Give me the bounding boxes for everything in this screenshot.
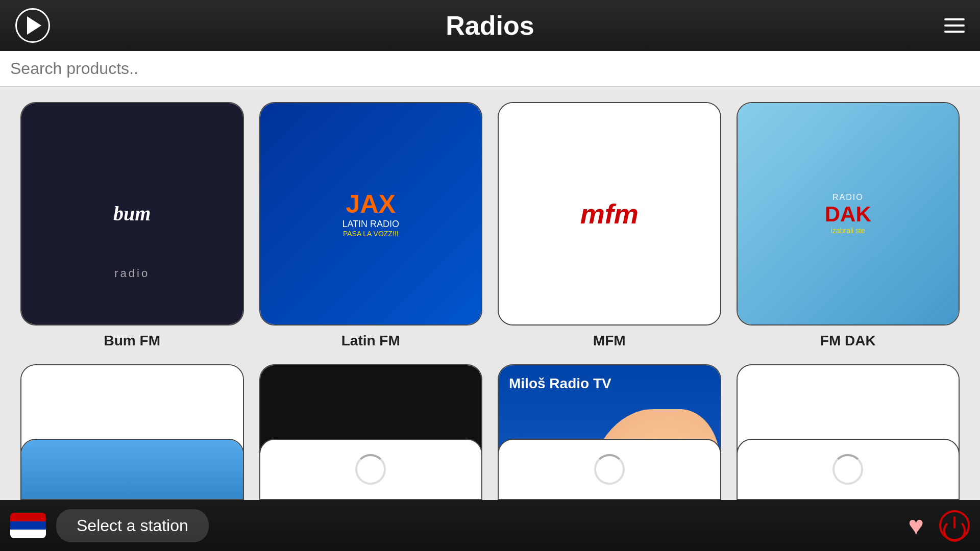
station-item-latin-fm[interactable]: JAX LATIN RADIO PASA LA VOZZ!!! Latin FM — [259, 102, 483, 349]
app-header: Radios — [0, 0, 980, 51]
naxi-dance-text: DANCE — [815, 472, 880, 494]
station-card-bum-fm[interactable]: bum radio — [20, 102, 244, 325]
flag-white-stripe — [10, 530, 46, 538]
station-card-fm-dak[interactable]: RADIO DAK izabrali ste — [737, 102, 960, 325]
serbia-flag-icon — [10, 513, 46, 538]
station-grid: bum radio Bum FM JAX LATIN RADIO PASA LA… — [0, 87, 980, 551]
search-bar — [0, 51, 980, 87]
fmdak-title: DAK — [825, 202, 871, 227]
latin-jax-text: JAX — [346, 189, 396, 219]
flag-blue-stripe — [10, 521, 46, 530]
station-label-bum-fm: Bum FM — [104, 333, 160, 349]
flag-red-stripe — [10, 513, 46, 521]
tdifm-radio-text: radio ■■ — [348, 486, 394, 497]
station-card-latin-fm[interactable]: JAX LATIN RADIO PASA LA VOZZ!!! — [259, 102, 483, 325]
fmjat-radio-label: RADIO — [117, 453, 146, 463]
latin-pasa-text: PASA LA VOZZ!!! — [343, 230, 399, 238]
station-item-bum-fm[interactable]: bum radio Bum FM — [20, 102, 244, 349]
tdifm-tdi-text: TDI — [349, 454, 393, 486]
search-input[interactable] — [10, 59, 970, 78]
fmdak-radio-text: RADIO — [832, 193, 864, 202]
naxi-naxi-text: NAXI — [822, 448, 873, 472]
select-station-button[interactable]: Select a station — [56, 509, 209, 542]
station-item-fm-dak[interactable]: RADIO DAK izabrali ste FM DAK — [737, 102, 960, 349]
latin-radio-text: LATIN RADIO — [342, 219, 399, 230]
bottom-bar: Select a station ♥ — [0, 500, 980, 551]
bum-logo-text: bum — [113, 202, 151, 226]
fmjat-freq: 90.2MHz — [118, 491, 146, 499]
station-label-latin-fm: Latin FM — [341, 333, 400, 349]
station-card-mfm[interactable]: mfm — [498, 102, 721, 325]
menu-button[interactable] — [944, 18, 965, 33]
station-label-fm-dak: FM DAK — [820, 333, 876, 349]
bum-radio-text: radio — [114, 267, 150, 280]
station-label-mfm: MFM — [593, 333, 626, 349]
fmdak-subtitle: izabrali ste — [831, 227, 865, 235]
bottom-right-controls: ♥ — [908, 510, 970, 541]
station-item-mfm[interactable]: mfm MFM — [498, 102, 721, 349]
power-button[interactable] — [939, 510, 970, 541]
favorites-heart-icon[interactable]: ♥ — [908, 510, 924, 541]
mfm-logo-text: mfm — [580, 198, 639, 230]
page-title: Radios — [446, 10, 534, 41]
fmjat-jat-text: JAT — [111, 463, 154, 491]
play-button[interactable] — [15, 8, 50, 43]
milos-logo-text: Miloš Radio TV — [509, 375, 611, 392]
